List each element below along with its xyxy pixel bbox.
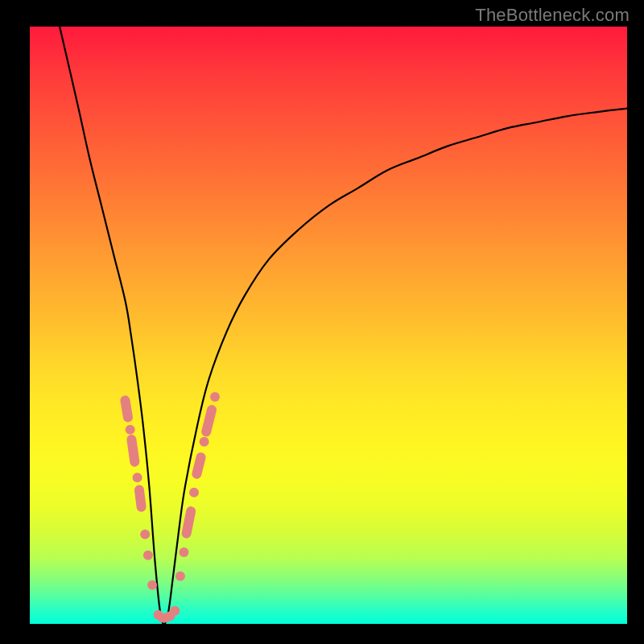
chart-svg xyxy=(30,27,627,624)
chart-frame: TheBottleneck.com xyxy=(0,0,644,644)
curve-marker xyxy=(147,580,157,590)
curve-marker xyxy=(134,485,147,513)
chart-plot-area xyxy=(30,27,627,624)
curve-marker xyxy=(189,488,199,497)
curve-marker xyxy=(140,530,150,539)
curve-marker xyxy=(200,404,217,438)
curve-marker xyxy=(210,392,220,402)
curve-markers xyxy=(120,392,220,623)
curve-marker xyxy=(120,394,134,423)
curve-marker xyxy=(179,547,188,557)
watermark-text: TheBottleneck.com xyxy=(475,5,630,26)
curve-marker xyxy=(170,606,180,616)
curve-marker xyxy=(143,551,153,560)
curve-marker xyxy=(126,425,135,435)
curve-marker xyxy=(200,437,209,447)
curve-marker xyxy=(133,473,142,482)
curve-marker xyxy=(181,506,197,539)
curve-marker xyxy=(191,452,207,480)
curve-marker xyxy=(175,572,185,581)
curve-marker xyxy=(126,434,141,467)
